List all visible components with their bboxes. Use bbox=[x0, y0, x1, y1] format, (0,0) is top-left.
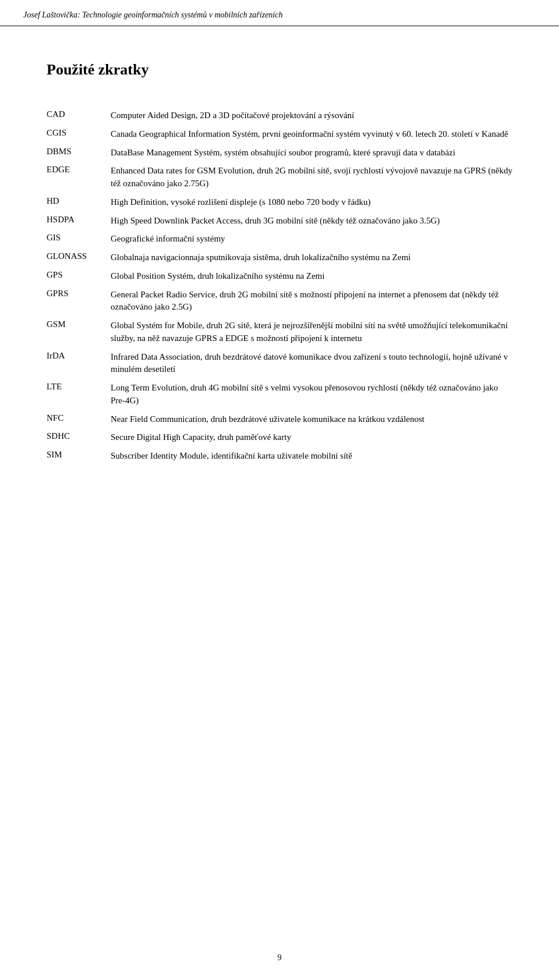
abbreviation-desc: Global Systém for Mobile, druh 2G sítě, … bbox=[111, 317, 512, 348]
table-row: CADComputer Aided Design, 2D a 3D počíta… bbox=[47, 106, 512, 125]
abbreviation-label: HD bbox=[47, 193, 111, 212]
abbreviation-desc: Enhanced Data rates for GSM Evolution, d… bbox=[111, 162, 512, 193]
abbreviation-desc: Global Position Systém, druh lokalizační… bbox=[111, 267, 512, 286]
abbreviation-label: NFC bbox=[47, 410, 111, 429]
abbreviation-desc: Infrared Data Association, druh bezdráto… bbox=[111, 348, 512, 379]
abbreviation-label: GPS bbox=[47, 267, 111, 286]
table-row: GLONASSGlobalnaja navigacionnaja sputnik… bbox=[47, 248, 512, 267]
abbreviation-label: GIS bbox=[47, 230, 111, 248]
abbreviation-label: DBMS bbox=[47, 144, 111, 162]
table-row: NFCNear Field Communication, druh bezdrá… bbox=[47, 410, 512, 429]
page-number: 9 bbox=[278, 953, 282, 962]
abbreviations-table: CADComputer Aided Design, 2D a 3D počíta… bbox=[47, 106, 512, 466]
table-row: GISGeografické informační systémy bbox=[47, 230, 512, 248]
abbreviation-label: SDHC bbox=[47, 428, 111, 447]
abbreviation-label: CAD bbox=[47, 106, 111, 125]
abbreviation-label: GPRS bbox=[47, 286, 111, 317]
abbreviation-desc: General Packet Radio Service, druh 2G mo… bbox=[111, 286, 512, 317]
abbreviation-desc: DataBase Management Systém, systém obsah… bbox=[111, 144, 512, 162]
abbreviation-label: IrDA bbox=[47, 348, 111, 379]
abbreviation-desc: Geografické informační systémy bbox=[111, 230, 512, 248]
table-row: CGISCanada Geographical Information Syst… bbox=[47, 125, 512, 144]
abbreviation-desc: Near Field Communication, druh bezdrátov… bbox=[111, 410, 512, 429]
table-row: DBMSDataBase Management Systém, systém o… bbox=[47, 144, 512, 162]
table-row: SIMSubscriber Identity Module, identifik… bbox=[47, 447, 512, 466]
page-content: Použité zkratky CADComputer Aided Design… bbox=[0, 26, 559, 500]
page-footer: 9 bbox=[0, 953, 559, 963]
abbreviation-label: EDGE bbox=[47, 162, 111, 193]
abbreviation-label: GLONASS bbox=[47, 248, 111, 267]
header-text: Josef Laštovička: Technologie geoinforma… bbox=[23, 10, 282, 19]
abbreviation-label: GSM bbox=[47, 317, 111, 348]
page-header: Josef Laštovička: Technologie geoinforma… bbox=[0, 0, 559, 26]
abbreviation-label: HSDPA bbox=[47, 212, 111, 230]
table-row: EDGEEnhanced Data rates for GSM Evolutio… bbox=[47, 162, 512, 193]
abbreviation-desc: High Speed Downlink Packet Access, druh … bbox=[111, 212, 512, 230]
abbreviation-desc: Secure Digital High Capacity, druh paměť… bbox=[111, 428, 512, 447]
abbreviation-desc: Globalnaja navigacionnaja sputnikovaja s… bbox=[111, 248, 512, 267]
table-row: IrDAInfrared Data Association, druh bezd… bbox=[47, 348, 512, 379]
abbreviation-desc: Computer Aided Design, 2D a 3D počítačov… bbox=[111, 106, 512, 125]
abbreviation-label: LTE bbox=[47, 379, 111, 410]
table-row: HSDPAHigh Speed Downlink Packet Access, … bbox=[47, 212, 512, 230]
table-row: HDHigh Definition, vysoké rozlišení disp… bbox=[47, 193, 512, 212]
abbreviation-desc: Canada Geographical Information Systém, … bbox=[111, 125, 512, 144]
abbreviation-label: SIM bbox=[47, 447, 111, 466]
table-row: SDHCSecure Digital High Capacity, druh p… bbox=[47, 428, 512, 447]
abbreviation-desc: Subscriber Identity Module, identifikačn… bbox=[111, 447, 512, 466]
abbreviation-desc: Long Term Evolution, druh 4G mobilní sít… bbox=[111, 379, 512, 410]
table-row: GSMGlobal Systém for Mobile, druh 2G sít… bbox=[47, 317, 512, 348]
abbreviation-desc: High Definition, vysoké rozlišení disple… bbox=[111, 193, 512, 212]
table-row: GPRSGeneral Packet Radio Service, druh 2… bbox=[47, 286, 512, 317]
table-row: LTELong Term Evolution, druh 4G mobilní … bbox=[47, 379, 512, 410]
page-title: Použité zkratky bbox=[47, 61, 512, 79]
abbreviation-label: CGIS bbox=[47, 125, 111, 144]
table-row: GPSGlobal Position Systém, druh lokaliza… bbox=[47, 267, 512, 286]
